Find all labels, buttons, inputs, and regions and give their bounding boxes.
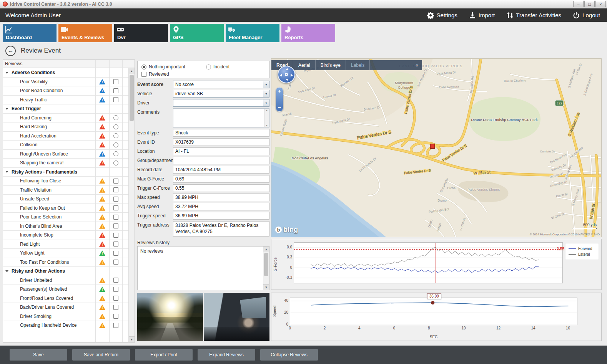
pan-up-icon[interactable] — [286, 68, 289, 70]
tab-reports[interactable]: Reports — [281, 24, 335, 42]
item-checkbox[interactable] — [113, 187, 118, 192]
export-print-button[interactable]: Export / Print — [135, 349, 193, 361]
item-radio[interactable] — [113, 142, 118, 147]
tab-gps[interactable]: GPS — [170, 24, 224, 42]
chevron-down-icon[interactable]: ▼ — [263, 81, 269, 88]
item-checkbox[interactable] — [113, 197, 118, 202]
item-checkbox[interactable] — [113, 251, 118, 256]
trigger-speed-field[interactable]: 36.99 MPH — [173, 212, 269, 220]
item-checkbox[interactable] — [113, 97, 118, 102]
front-camera-thumbnail[interactable] — [137, 293, 203, 341]
item-checkbox[interactable] — [113, 242, 118, 247]
item-checkbox[interactable] — [113, 179, 118, 184]
item-radio[interactable] — [113, 115, 118, 120]
item-radio[interactable] — [113, 133, 118, 138]
max-g-force-field[interactable]: 0.69 — [173, 175, 269, 183]
import-action[interactable]: Import — [469, 12, 495, 19]
field-scrollbar[interactable] — [264, 109, 269, 127]
item-checkbox[interactable] — [113, 223, 118, 228]
cabin-camera-thumbnail[interactable] — [204, 293, 269, 341]
group-department-field[interactable] — [173, 157, 269, 164]
collapse-arrow-icon[interactable] — [5, 108, 8, 110]
zoom-in-button[interactable]: + — [276, 88, 283, 94]
tab-dashboard[interactable]: Dashboard — [3, 24, 57, 42]
location-field[interactable]: AI - FL — [173, 147, 269, 155]
item-checkbox[interactable] — [113, 233, 118, 238]
tab-events-reviews[interactable]: Events & Reviews — [58, 24, 112, 42]
item-checkbox[interactable] — [113, 260, 118, 265]
item-radio[interactable] — [113, 160, 118, 165]
nothing-important-radio[interactable] — [141, 65, 146, 69]
item-checkbox[interactable] — [113, 323, 118, 328]
scroll-up-icon[interactable]: ▲ — [129, 68, 135, 74]
event-location-marker[interactable] — [430, 144, 435, 149]
map-pan-control[interactable] — [278, 66, 295, 83]
map-zoom-control[interactable]: + − — [276, 87, 283, 112]
settings-action[interactable]: Settings — [427, 12, 457, 19]
tree-group-risky-and-other-actions[interactable]: Risky and Other Actions — [3, 267, 128, 276]
map-toolbar-collapse-button[interactable]: « — [412, 63, 422, 68]
item-checkbox[interactable] — [113, 215, 118, 220]
logout-action[interactable]: Logout — [573, 12, 600, 19]
tree-group-event-trigger[interactable]: Event Trigger — [3, 104, 128, 114]
map-view-aerial[interactable]: Aerial — [293, 60, 316, 70]
record-date-field[interactable]: 10/4/2014 4:48:54 PM — [173, 166, 269, 174]
item-checkbox[interactable] — [113, 278, 118, 283]
tab-dvr[interactable]: Dvr — [114, 24, 168, 42]
zoom-out-button[interactable]: − — [276, 104, 283, 111]
avg-speed-field[interactable]: 33.72 MPH — [173, 203, 269, 210]
item-checkbox[interactable] — [113, 79, 118, 84]
reviewed-checkbox[interactable] — [141, 72, 146, 77]
map-view-labels[interactable]: Labels — [346, 60, 370, 70]
pan-left-icon[interactable] — [280, 74, 282, 77]
collapse-reviews-button[interactable]: Collapse Reviews — [260, 349, 318, 361]
collapse-arrow-icon[interactable] — [5, 171, 8, 173]
scrollbar-thumb[interactable] — [264, 253, 268, 276]
scroll-down-icon[interactable]: ▼ — [129, 336, 135, 342]
trigger-g-force-field[interactable]: 0.55 — [173, 184, 269, 192]
event-type-field[interactable]: Shock — [173, 129, 269, 137]
save-and-return-button[interactable]: Save and Return — [72, 349, 130, 361]
item-radio[interactable] — [113, 151, 118, 156]
vehicle-dropdown[interactable]: idrive Van SB▼ — [173, 90, 269, 98]
scrollbar-thumb[interactable] — [130, 75, 134, 121]
history-scrollbar[interactable]: ▲ ▼ — [263, 247, 269, 290]
expand-reviews-button[interactable]: Expand Reviews — [198, 349, 255, 361]
item-checkbox[interactable] — [113, 287, 118, 292]
minimize-button[interactable]: – — [573, 1, 584, 7]
transfer-activities-action[interactable]: Transfer Activities — [506, 12, 561, 19]
max-speed-label: Max speed — [137, 194, 173, 201]
chevron-down-icon[interactable]: ▼ — [263, 99, 269, 106]
item-checkbox[interactable] — [113, 305, 118, 310]
event-id-field[interactable]: X017639 — [173, 138, 269, 146]
tree-group-risky-actions-fundamentals[interactable]: Risky Actions - Fundamentals — [3, 168, 128, 177]
map-container[interactable]: 213 EAST RANCHO PALOS VERDESMarymountCol… — [271, 58, 602, 237]
item-checkbox[interactable] — [113, 88, 118, 93]
collapse-arrow-icon[interactable] — [5, 270, 8, 272]
reviews-scrollbar[interactable]: ▲ ▼ — [128, 68, 135, 342]
map-view-bird-s-eye[interactable]: Bird's eye — [316, 60, 346, 70]
max-speed-field[interactable]: 38.99 MPH — [173, 194, 269, 201]
scroll-down-icon[interactable]: ▼ — [263, 284, 269, 290]
tab-fleet-manager[interactable]: Fleet Manager — [226, 24, 279, 42]
pan-down-icon[interactable] — [286, 79, 289, 81]
item-checkbox[interactable] — [113, 314, 118, 319]
tree-group-adverse-conditions[interactable]: Adverse Conditions — [3, 68, 128, 78]
collapse-arrow-icon[interactable] — [5, 72, 8, 74]
maximize-button[interactable]: □ — [584, 1, 595, 7]
scroll-up-icon[interactable]: ▲ — [263, 247, 269, 252]
tree-item-red-light: Red Light — [3, 240, 128, 249]
item-checkbox[interactable] — [113, 205, 118, 210]
incident-radio[interactable] — [206, 65, 211, 69]
item-radio[interactable] — [113, 124, 118, 129]
save-button[interactable]: Save — [10, 349, 67, 361]
close-button[interactable]: × — [595, 1, 606, 7]
trigger-address-field[interactable]: 31828 Palos Verdes Dr E, Rancho Palos Ve… — [173, 221, 269, 237]
event-score-dropdown[interactable]: No score▼ — [173, 81, 269, 88]
back-button[interactable]: ← — [5, 46, 16, 56]
pan-right-icon[interactable] — [291, 74, 293, 77]
item-checkbox[interactable] — [113, 296, 118, 301]
driver-dropdown[interactable]: ▼ — [173, 99, 269, 107]
chevron-down-icon[interactable]: ▼ — [263, 90, 269, 97]
comments-input[interactable] — [173, 108, 269, 127]
